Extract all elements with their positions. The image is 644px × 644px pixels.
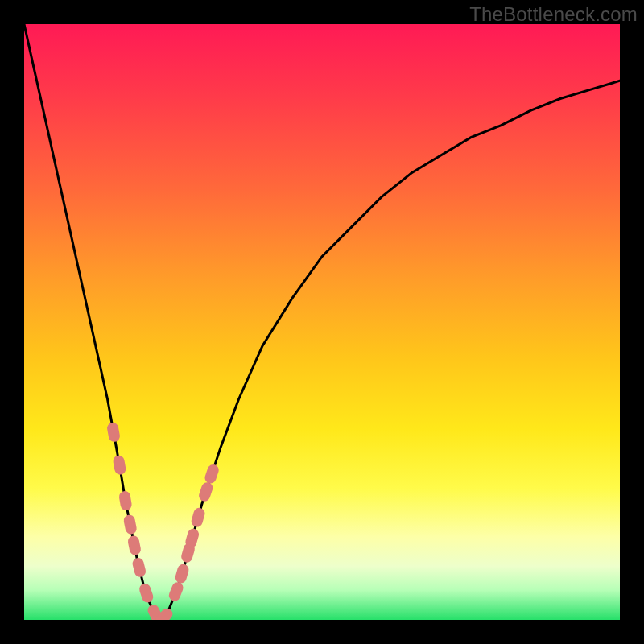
curve-marker	[122, 514, 137, 535]
curve-marker	[190, 506, 206, 528]
curve-marker	[118, 490, 133, 511]
curve-marker	[138, 582, 155, 604]
chart-svg	[24, 24, 620, 620]
curve-marker	[204, 463, 221, 485]
bottleneck-curve	[24, 24, 620, 620]
curve-marker	[174, 563, 190, 584]
curve-marker	[106, 422, 121, 443]
marker-cluster-right	[167, 463, 221, 603]
curve-marker	[127, 535, 142, 555]
curve-marker	[197, 481, 214, 502]
watermark-label: TheBottleneck.com	[469, 3, 638, 26]
bottleneck-curve-path	[24, 24, 620, 620]
curve-marker	[167, 580, 185, 602]
plot-area	[24, 24, 620, 620]
chart-frame: TheBottleneck.com	[0, 0, 644, 644]
curve-marker	[131, 557, 147, 579]
curve-marker	[112, 455, 126, 476]
